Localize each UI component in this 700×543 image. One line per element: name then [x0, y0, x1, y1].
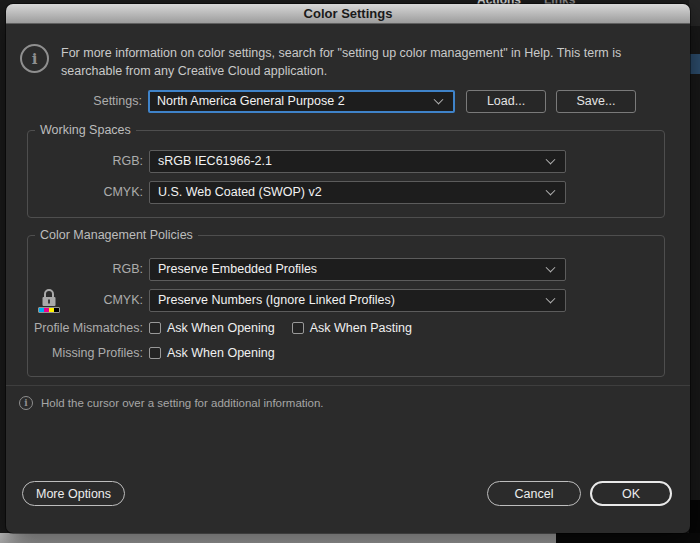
ask-when-pasting-label: Ask When Pasting	[310, 321, 412, 335]
profile-mismatches-label: Profile Mismatches:	[28, 321, 143, 335]
panel-selected-item	[689, 54, 700, 74]
footer-note-text: Hold the cursor over a setting for addit…	[41, 397, 324, 409]
ask-when-opening-label: Ask When Opening	[167, 321, 275, 335]
missing-profiles-label: Missing Profiles:	[28, 346, 143, 360]
cmp-rgb-select[interactable]: Preserve Embedded Profiles	[149, 258, 566, 281]
ask-when-opening-checkbox[interactable]	[149, 322, 161, 334]
ask-when-pasting-checkbox[interactable]	[292, 322, 304, 334]
settings-select[interactable]: North America General Purpose 2	[148, 90, 455, 113]
info-icon: i	[19, 396, 33, 410]
screen: Actions Links Color Settings i For more …	[0, 0, 700, 543]
working-spaces-legend: Working Spaces	[35, 123, 136, 137]
policies-group: Color Management Policies RGB: Preserve …	[27, 235, 665, 377]
ws-rgb-row: RGB: sRGB IEC61966-2.1	[28, 149, 664, 173]
more-options-button[interactable]: More Options	[22, 481, 125, 506]
settings-select-value: North America General Purpose 2	[157, 94, 345, 108]
ws-cmyk-row: CMYK: U.S. Web Coated (SWOP) v2	[28, 180, 664, 204]
cmp-cmyk-select[interactable]: Preserve Numbers (Ignore Linked Profiles…	[149, 289, 566, 312]
cmp-rgb-value: Preserve Embedded Profiles	[158, 262, 317, 276]
cmp-cmyk-label: CMYK:	[28, 293, 143, 307]
missing-ask-when-opening-label: Ask When Opening	[167, 346, 275, 360]
info-icon: i	[20, 44, 49, 73]
save-button[interactable]: Save...	[556, 90, 636, 113]
ws-cmyk-label: CMYK:	[28, 185, 143, 199]
cmp-cmyk-value: Preserve Numbers (Ignore Linked Profiles…	[158, 293, 395, 307]
cmp-rgb-row: RGB: Preserve Embedded Profiles	[28, 257, 664, 281]
panel-segment	[689, 0, 700, 26]
ok-button[interactable]: OK	[590, 481, 672, 506]
ws-cmyk-select[interactable]: U.S. Web Coated (SWOP) v2	[149, 181, 566, 204]
background-dark-area	[556, 533, 700, 543]
cmp-rgb-label: RGB:	[28, 262, 143, 276]
cancel-button[interactable]: Cancel	[487, 481, 581, 506]
chevron-down-icon	[546, 155, 556, 165]
dialog-titlebar: Color Settings	[6, 4, 690, 24]
background-window-titlebar	[0, 533, 556, 543]
ws-rgb-label: RGB:	[28, 154, 143, 168]
help-info-text: For more information on color settings, …	[61, 45, 670, 80]
footer-note: i Hold the cursor over a setting for add…	[19, 395, 324, 411]
ws-cmyk-value: U.S. Web Coated (SWOP) v2	[158, 185, 322, 199]
chevron-down-icon	[434, 95, 444, 105]
chevron-down-icon	[546, 186, 556, 196]
settings-row: Settings: North America General Purpose …	[6, 89, 690, 113]
ws-rgb-value: sRGB IEC61966-2.1	[158, 154, 272, 168]
profile-mismatches-row: Profile Mismatches: Ask When Opening Ask…	[28, 320, 664, 336]
ws-rgb-select[interactable]: sRGB IEC61966-2.1	[149, 150, 566, 173]
working-spaces-group: Working Spaces RGB: sRGB IEC61966-2.1 CM…	[27, 130, 665, 218]
help-info-note: i For more information on color settings…	[20, 44, 670, 80]
missing-ask-when-opening-checkbox[interactable]	[149, 347, 161, 359]
background-right-panel	[689, 0, 700, 543]
policies-legend: Color Management Policies	[35, 228, 198, 242]
footer-divider	[6, 385, 690, 386]
cmp-cmyk-row: CMYK: Preserve Numbers (Ignore Linked Pr…	[28, 288, 664, 312]
settings-label: Settings:	[6, 94, 142, 108]
color-settings-dialog: Color Settings i For more information on…	[6, 4, 690, 533]
load-button[interactable]: Load...	[466, 90, 546, 113]
dialog-title: Color Settings	[304, 6, 393, 21]
chevron-down-icon	[546, 263, 556, 273]
chevron-down-icon	[546, 294, 556, 304]
missing-profiles-row: Missing Profiles: Ask When Opening	[28, 345, 664, 361]
